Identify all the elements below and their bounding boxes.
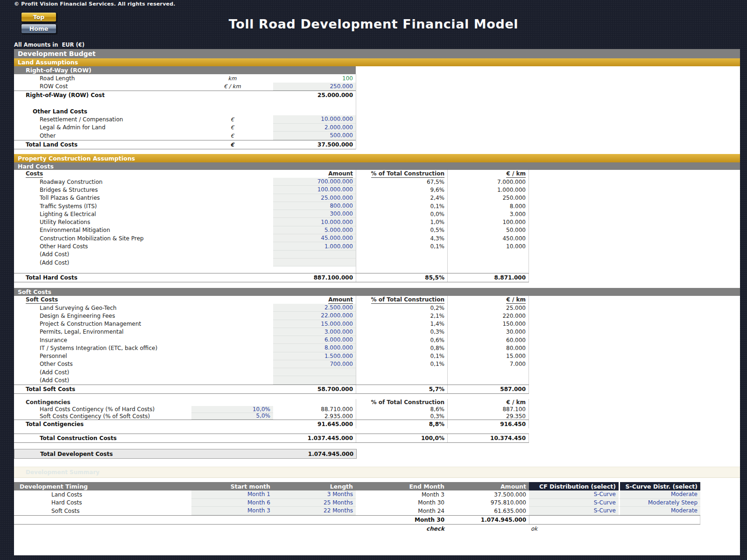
spacer: [191, 312, 273, 320]
spacer: [191, 344, 273, 352]
cost-label: Personnel: [14, 352, 191, 360]
start-month-input[interactable]: Month 1: [191, 490, 273, 499]
spacer: [191, 304, 273, 312]
amount-input[interactable]: [273, 368, 356, 376]
amount-input[interactable]: 10.000.000: [273, 218, 356, 226]
total-land-costs-value: 37.500.000: [273, 140, 356, 149]
perkm-value: 887.100: [447, 406, 529, 413]
amount-input[interactable]: 700.000: [273, 360, 356, 368]
cost-label: Roadway Construction: [14, 178, 191, 186]
length-input[interactable]: 25 Months: [273, 499, 356, 507]
spacer: [191, 376, 273, 384]
pct-value: 8,6%: [356, 406, 447, 413]
cost-label: (Add Cost): [14, 368, 191, 376]
pct-value: 2,4%: [356, 194, 447, 202]
scurve-distr-select[interactable]: Moderately Steep: [619, 499, 700, 507]
row-label: ROW Cost: [14, 83, 191, 91]
total-hard-pct: 85,5%: [356, 273, 447, 282]
amount-input[interactable]: 1.000.000: [273, 242, 356, 250]
cf-distribution-select[interactable]: S-Curve: [529, 490, 619, 499]
perkm-value: 3.000: [447, 210, 529, 218]
cf-distribution-select[interactable]: S-Curve: [529, 499, 619, 507]
amount-input[interactable]: 8.000.000: [273, 344, 356, 352]
total-development-costs-row: Total Developent Costs 1.074.945.000: [14, 449, 357, 459]
soft-cost-row: Other Costs700.0000,1%7.000: [14, 360, 529, 368]
hard-cost-row: Lighting & Electrical300.0000,0%3.000: [14, 210, 529, 218]
total-hard-amount: 887.100.000: [273, 273, 356, 282]
total-contingencies-perkm: 916.450: [447, 420, 529, 428]
cf-distribution-select[interactable]: S-Curve: [529, 507, 619, 515]
amount-input[interactable]: 45.000.000: [273, 234, 356, 242]
amount-input[interactable]: 25.000.000: [273, 194, 356, 202]
section-hard-costs: Hard Costs: [14, 162, 740, 170]
scurve-distr-select[interactable]: Moderate: [619, 507, 700, 515]
pct-value: [356, 368, 447, 376]
amount-input[interactable]: 1.500.000: [273, 352, 356, 360]
scurve-distr-select[interactable]: Moderate: [619, 490, 700, 499]
amount-input[interactable]: 15.000.000: [273, 320, 356, 328]
timing-amount-value: 61.635.000: [447, 507, 529, 515]
amount-input[interactable]: 3.000.000: [273, 328, 356, 336]
soft-cost-row: (Add Cost): [14, 376, 529, 384]
cost-label: Permits, Legal, Environmental: [14, 328, 191, 336]
soft-costs-header-row: Soft Costs Amount % of Total Constructio…: [14, 296, 529, 304]
amount-input[interactable]: 700.000.000: [273, 178, 356, 186]
perkm-value: 7.000.000: [447, 178, 529, 186]
row-cost-input[interactable]: 250.000: [273, 83, 356, 91]
total-soft-perkm: 587.000: [447, 385, 529, 394]
perkm-value: 7.000: [447, 360, 529, 368]
length-input[interactable]: 22 Months: [273, 507, 356, 515]
amount-input[interactable]: 800.000: [273, 202, 356, 210]
perkm-header: € / km: [506, 399, 526, 406]
row-total-value: 25.000.000: [273, 91, 356, 99]
cost-label: (Add Cost): [14, 251, 191, 259]
length-input[interactable]: 3 Months: [273, 490, 356, 499]
perkm-value: 60.000: [447, 336, 529, 344]
amount-input[interactable]: 100.000.000: [273, 186, 356, 194]
resettlement-input[interactable]: 10.000.000: [273, 115, 356, 124]
perkm-header: € / km: [506, 296, 526, 304]
amount-input[interactable]: 6.000.000: [273, 336, 356, 344]
total-contingencies-pct: 8,8%: [356, 420, 447, 428]
copyright-text: © Profit Vision Financial Services. All …: [14, 1, 176, 7]
end-month-value: Month 30: [356, 499, 447, 507]
page-title: Toll Road Development Financial Model: [0, 17, 747, 31]
soft-costs-table: Soft Costs Amount % of Total Constructio…: [14, 296, 529, 394]
hard-cost-row: Bridges & Structures100.000.0009,6%1.000…: [14, 186, 529, 194]
start-month-input[interactable]: Month 6: [191, 499, 273, 507]
currency-note: All Amounts in EUR (€): [14, 42, 85, 48]
start-month-input[interactable]: Month 3: [191, 507, 273, 515]
section-property-construction: Property Construction Assumptions: [14, 154, 740, 162]
amount-input[interactable]: 22.000.000: [273, 312, 356, 320]
timing-amount-value: 975.810.000: [447, 499, 529, 507]
amount-input[interactable]: 5.000.000: [273, 226, 356, 234]
legal-admin-input[interactable]: 2.000.000: [273, 124, 356, 132]
row-label: Total Contigencies: [14, 420, 191, 428]
spacer: [191, 328, 273, 336]
pct-value: 0,1%: [356, 352, 447, 360]
perkm-value: [447, 251, 529, 259]
cost-label: Environmental Mitigation: [14, 226, 191, 234]
amount-input[interactable]: 2.500.000: [273, 304, 356, 312]
pct-value: 0,3%: [356, 413, 447, 420]
table-row: Road Length km 100: [14, 74, 356, 83]
perkm-value: 150.000: [447, 320, 529, 328]
amount-input[interactable]: [273, 251, 356, 259]
road-length-input[interactable]: 100: [273, 74, 356, 83]
cost-label: Traffic Systems (ITS): [14, 202, 191, 210]
spacer: [191, 194, 273, 202]
timing-title: Development Timing: [14, 482, 191, 490]
row-label: Total Land Costs: [14, 140, 191, 149]
timing-label: Hard Costs: [14, 499, 191, 507]
amount-input[interactable]: 300.000: [273, 210, 356, 218]
cost-label: Toll Plazas & Gantries: [14, 194, 191, 202]
contingency-pct-input[interactable]: 5,0%: [191, 413, 273, 420]
amount-input[interactable]: [273, 259, 356, 266]
amount-input[interactable]: [273, 376, 356, 384]
unit-label: €: [191, 140, 273, 149]
total-contingencies-amount: 91.645.000: [273, 420, 356, 428]
timing-row: Land CostsMonth 13 MonthsMonth 337.500.0…: [14, 490, 700, 499]
contingency-pct-input[interactable]: 10,0%: [191, 406, 273, 413]
amount-header: Amount: [328, 296, 353, 304]
other-land-input[interactable]: 500.000: [273, 132, 356, 140]
